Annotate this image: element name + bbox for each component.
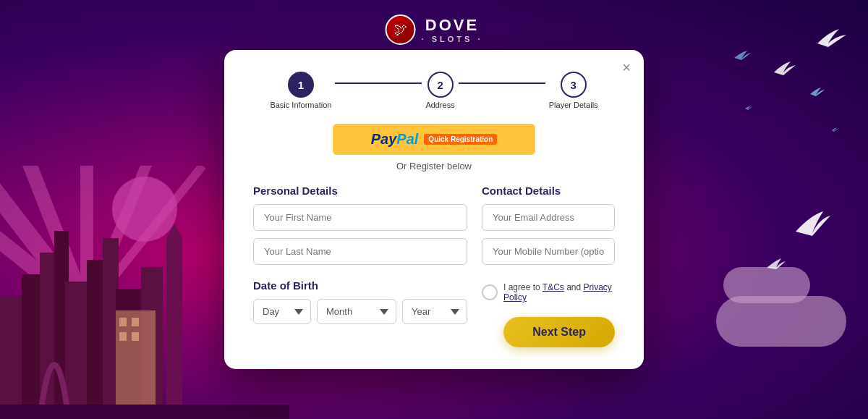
paypal-logo: PayPal: [371, 131, 419, 148]
contact-bottom: I agree to T&Cs and Privacy Policy: [482, 282, 615, 302]
next-step-button[interactable]: Next Step: [503, 317, 615, 347]
step-1: 1 Basic Information: [270, 72, 331, 109]
mobile-input[interactable]: [482, 238, 615, 265]
step-2-circle: 2: [427, 72, 454, 98]
contact-title: Contact Details: [482, 185, 615, 197]
paypal-button[interactable]: PayPal Quick Registration: [333, 124, 535, 155]
email-input[interactable]: [482, 204, 615, 231]
agree-row: I agree to T&Cs and Privacy Policy: [482, 282, 615, 302]
first-name-input[interactable]: [253, 204, 467, 231]
step-1-label: Basic Information: [270, 101, 331, 109]
tc-link[interactable]: T&Cs: [542, 282, 564, 292]
dob-year-select[interactable]: Year 200520042003 200220012000 199919981…: [402, 299, 467, 324]
agree-text: I agree to T&Cs and Privacy Policy: [503, 282, 615, 302]
step-line-1: [335, 82, 422, 84]
or-register-text: Or Register below: [253, 161, 615, 172]
step-2-label: Address: [425, 101, 454, 109]
contact-section: Contact Details I agree to T&Cs and Priv…: [482, 185, 615, 347]
dob-title: Date of Birth: [253, 279, 467, 292]
last-name-input[interactable]: [253, 238, 467, 265]
personal-section: Personal Details Date of Birth Day 123 4…: [253, 185, 467, 347]
close-button[interactable]: ×: [622, 60, 631, 75]
step-3-circle: 3: [561, 72, 587, 98]
dob-selects: Day 123 456 789 101112 131415 161718 192…: [253, 299, 467, 324]
paypal-quick-label: Quick Registration: [424, 134, 497, 145]
step-2: 2 Address: [425, 72, 454, 109]
step-3: 3 Player Details: [549, 72, 598, 109]
stepper: 1 Basic Information 2 Address 3 Player D…: [253, 72, 615, 109]
personal-title: Personal Details: [253, 185, 467, 197]
registration-modal: × 1 Basic Information 2 Address 3: [224, 50, 644, 369]
next-btn-row: Next Step: [482, 317, 615, 347]
step-1-circle: 1: [288, 72, 314, 98]
modal-overlay: × 1 Basic Information 2 Address 3: [0, 0, 868, 419]
dob-section: Date of Birth Day 123 456 789 101112 131…: [253, 279, 467, 324]
dob-day-select[interactable]: Day 123 456 789 101112 131415 161718 192…: [253, 299, 311, 324]
dob-month-select[interactable]: Month JanuaryFebruaryMarch AprilMayJune …: [317, 299, 396, 324]
agree-checkbox[interactable]: [482, 284, 498, 300]
step-3-label: Player Details: [549, 101, 598, 109]
form-sections: Personal Details Date of Birth Day 123 4…: [253, 185, 615, 347]
step-line-2: [459, 82, 545, 84]
